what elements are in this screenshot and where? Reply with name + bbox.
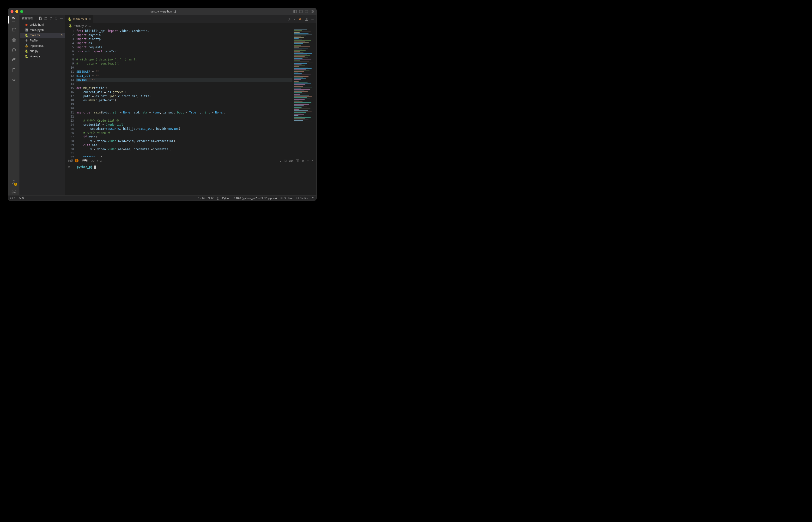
split-terminal-icon[interactable] [296,159,299,162]
panel-tabs: 问题 3 终端 JUPYTER ＋ ⌄ zsh ⌃ ✕ [65,157,316,164]
status-cursor-position[interactable]: 行 13，列 12 [198,196,214,200]
svg-rect-13 [14,38,16,39]
terminal[interactable]: ○ → python_pj [65,164,316,195]
minimize-icon[interactable] [15,10,18,13]
chevron-down-icon[interactable]: ⌄ [294,18,295,20]
maximize-icon[interactable] [20,10,23,13]
svg-rect-11 [12,40,13,42]
explorer-title: 资源管理器: P... [22,16,37,20]
more-icon[interactable]: ⋯ [60,16,63,20]
file-item[interactable]: 🐍sub.py [20,48,65,54]
terminal-prompt-symbol: ○ → [68,165,74,169]
file-name: Pipfile [30,39,63,42]
editor[interactable]: 1234567891011121314151617181920212223242… [65,28,316,157]
status-errors[interactable]: 0 [10,197,15,200]
python-env-icon[interactable] [11,57,17,63]
copilot-icon[interactable]: ☻ [298,17,302,21]
collapse-all-icon[interactable] [54,16,58,20]
file-name: Pipfile.lock [30,44,63,47]
svg-rect-7 [313,10,314,11]
maximize-panel-icon[interactable]: ⌃ [307,159,309,162]
tab-close-icon[interactable]: ✕ [88,17,91,21]
svg-point-20 [13,192,15,193]
customize-layout-icon[interactable] [311,10,314,13]
toggle-secondary-icon[interactable] [305,10,308,13]
breadcrumb-sep: > [85,24,87,27]
terminal-dropdown-icon[interactable]: ⌄ [279,160,282,162]
explorer-sidebar: 资源管理器: P... ⋯ ◉article.html📓main.ipynb🐍m… [20,15,65,195]
python-icon: 🐍 [24,33,28,37]
status-prettier[interactable]: Prettier [296,197,308,200]
file-item[interactable]: 🐍main.py3 [20,33,65,38]
svg-rect-8 [313,12,314,13]
svg-rect-21 [55,17,57,19]
file-item[interactable]: 🐍video.py [20,54,65,59]
svg-rect-2 [299,10,302,13]
debug-bug-icon[interactable] [11,27,17,33]
svg-rect-6 [311,10,312,13]
close-panel-icon[interactable]: ✕ [311,159,313,162]
tab-main-py[interactable]: 🐍 main.py 3 ✕ [65,15,94,23]
settings-gear-icon[interactable] [11,189,17,195]
split-editor-icon[interactable] [305,18,308,21]
status-language[interactable]: { } Python [217,197,230,200]
status-notifications-icon[interactable] [312,197,314,200]
explorer-icon[interactable] [11,17,17,23]
refresh-icon[interactable] [49,16,53,20]
python-icon: 🐍 [24,55,28,58]
svg-rect-0 [294,10,296,13]
file-item[interactable]: ◉article.html [20,22,65,27]
minimap[interactable] [292,28,316,157]
panel-tab-terminal[interactable]: 终端 [82,159,88,163]
breadcrumb-symbol: ... [88,24,91,27]
file-item[interactable]: 📓main.ipynb [20,27,65,33]
html-icon: ◉ [24,23,28,27]
toggle-panel-icon[interactable] [299,10,303,13]
shell-name: zsh [289,159,293,162]
new-file-icon[interactable] [38,16,42,20]
svg-point-19 [13,181,15,182]
toggle-sidebar-icon[interactable] [293,10,297,13]
file-name: main.py [30,34,60,37]
close-icon[interactable] [11,10,14,13]
notebook-icon: 📓 [24,28,28,32]
new-terminal-icon[interactable]: ＋ [274,159,277,163]
new-folder-icon[interactable] [44,16,47,20]
accounts-badge: 1 [14,183,17,186]
panel-tab-jupyter[interactable]: JUPYTER [92,159,103,162]
accounts-icon[interactable]: 1 [11,179,17,185]
problems-badge: 3 [75,159,78,162]
file-name: video.py [30,55,63,58]
status-warnings[interactable]: 3 [18,197,23,200]
status-interpreter[interactable]: 3.10.8 ('python_pj-7avrELEl': pipenv) [234,197,277,200]
python-icon: 🐍 [69,24,72,27]
bottom-panel: 问题 3 终端 JUPYTER ＋ ⌄ zsh ⌃ ✕ [65,157,316,195]
terminal-profile-icon[interactable] [284,159,287,162]
run-icon[interactable] [287,18,291,21]
kill-terminal-icon[interactable] [301,159,305,162]
terminal-cursor [94,165,96,169]
extensions-icon[interactable] [11,37,17,43]
activity-bar: 1 [8,15,20,195]
layout-controls [293,10,314,13]
file-name: article.html [30,23,63,26]
python-icon: 🐍 [24,49,28,53]
status-bar: 0 3 行 13，列 12 { } Python 3.10.8 ('python… [8,195,316,201]
code-content[interactable]: from bilibili_api import video, Credenti… [76,28,292,157]
svg-rect-10 [12,38,13,39]
breadcrumb[interactable]: 🐍 main.py > ... [65,23,316,28]
status-golive[interactable]: Go Live [280,197,293,200]
svg-point-28 [281,198,282,198]
svg-point-14 [12,48,13,49]
asterisk-icon[interactable] [11,77,17,83]
editor-tabs: 🐍 main.py 3 ✕ ⌄ ☻ ⋯ [65,15,316,23]
line-numbers: 1234567891011121314151617181920212223242… [65,28,76,157]
file-item[interactable]: 🔒Pipfile.lock [20,43,65,48]
more-actions-icon[interactable]: ⋯ [311,17,314,21]
source-control-icon[interactable] [11,47,17,53]
clipboard-icon[interactable] [11,67,17,73]
file-item[interactable]: ⚙Pipfile [20,38,65,43]
tab-label: main.py [73,17,84,21]
editor-actions: ⌄ ☻ ⋯ [285,15,316,23]
file-badge: 3 [61,34,63,37]
